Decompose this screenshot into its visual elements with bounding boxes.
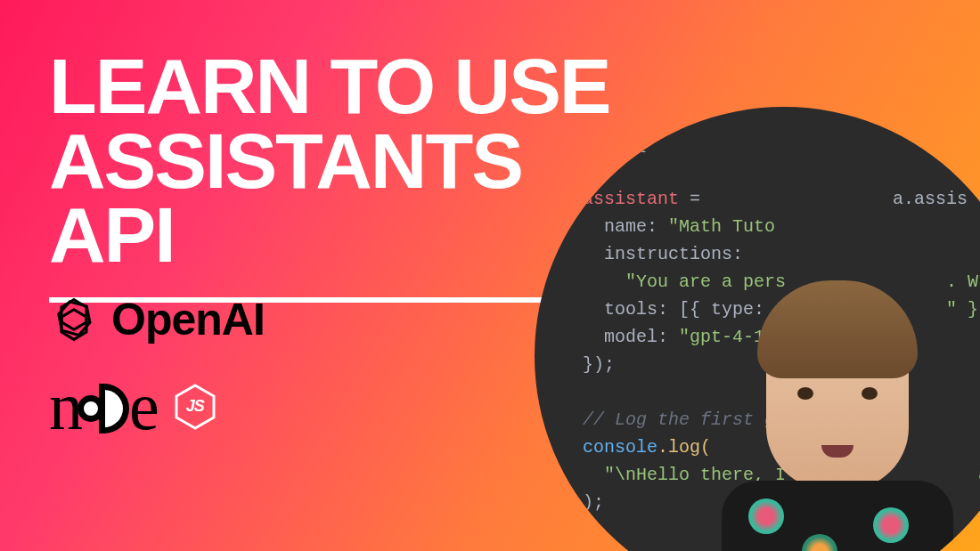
js-label: JS	[186, 397, 204, 416]
js-hex-icon: JS	[175, 384, 216, 430]
person-eyes	[797, 387, 878, 400]
person-photo	[713, 267, 962, 551]
person-mouth	[821, 445, 853, 458]
person-head	[766, 303, 909, 490]
openai-logo: OpenAI	[49, 294, 265, 345]
title-line-2: ASSISTANTS API	[49, 124, 628, 272]
openai-text: OpenAI	[111, 294, 265, 345]
logo-block: OpenAI ne JS	[49, 294, 265, 445]
nodejs-logo: ne JS	[49, 368, 265, 445]
openai-icon	[49, 295, 99, 344]
person-shirt	[722, 481, 953, 551]
title-line-1: LEARN TO USE	[49, 49, 628, 124]
title-block: LEARN TO USE ASSISTANTS API	[49, 49, 628, 303]
node-text: ne	[49, 368, 157, 445]
person-hair	[757, 280, 918, 378]
